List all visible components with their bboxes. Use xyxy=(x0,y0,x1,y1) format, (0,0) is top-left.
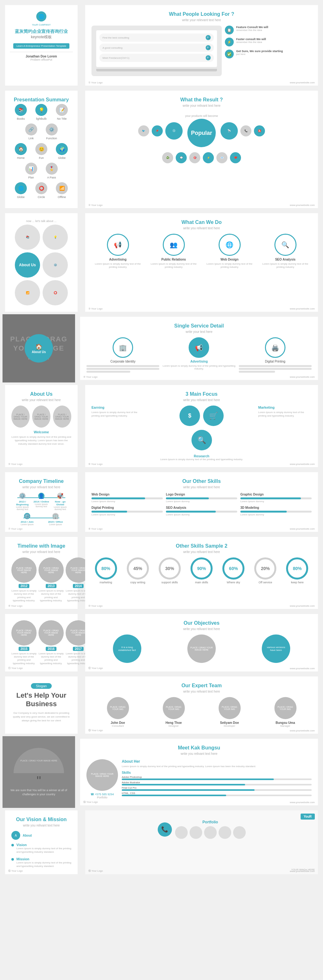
skills2-sub: write you relivant text here xyxy=(92,550,312,554)
about-circle-2: 💡 xyxy=(43,224,68,250)
summary-icons-2: 🏠 Home 😊 Fun 🌍 Globe 📊 Plan 🎖️ A xyxy=(11,143,71,179)
timeline-year-4: 2013 / Join xyxy=(13,520,41,523)
dollar-circle: $ xyxy=(179,406,200,426)
about-home-icon: 🏠 xyxy=(35,343,42,350)
page-num-10: ⑩ Your Logo xyxy=(88,605,103,607)
search-icon-1: 🔍 xyxy=(206,35,211,40)
expert-team-slide: Our Expert Team write you relivant text … xyxy=(85,676,318,733)
about-dot: A xyxy=(11,831,20,840)
cart-circle: 🛒 xyxy=(203,406,224,426)
skill-circ-support: 30% support skills xyxy=(157,557,182,584)
vision-slide: Our Vision & Mission write you relivant … xyxy=(5,810,78,874)
mission-title-label: Mission xyxy=(16,857,71,861)
books-icon: 📚 xyxy=(15,104,27,116)
about-circle-1: 📚 xyxy=(15,224,40,250)
page-num-1: ① Your Logo xyxy=(88,81,103,84)
contact-slide: 📞 Portfolio YouR YOUR IMAGe HERE ⑯ Your … xyxy=(85,810,318,874)
skill-circle-support: 30% xyxy=(159,557,181,579)
icon-fun: 😊 Fun xyxy=(33,143,50,159)
plan-icon: 📊 xyxy=(25,163,37,175)
icon-globe2: 🌐 Globe xyxy=(12,182,30,199)
timeline-year-1: 2013 / Beginning xyxy=(13,500,32,506)
icon-apass: 🎖️ A Pass xyxy=(43,163,60,179)
skill-graphic-design: Graphic Design Lorem Ipsum dummy xyxy=(241,493,312,503)
feature-icon-3: ✅ xyxy=(225,49,234,59)
single-service-sub: write your text here xyxy=(86,330,312,334)
timeline-year-2: 2014 / Online xyxy=(32,500,51,503)
service-web: 🌐 Web Design Lorem Ipsum is simply dummy… xyxy=(203,234,256,269)
bubble-twitter: 🐦 xyxy=(138,126,149,137)
team-row: PLACE / DRAG YOUR IMG John Doe Consultan… xyxy=(92,697,312,727)
summary-slide: Presentation Summary 📚 Books 💡 lightbulb… xyxy=(5,91,78,208)
page-url-8: www.yourwebsite.com xyxy=(290,527,315,530)
main-focus-slide: 3 Main Focus write you relivant text her… xyxy=(85,385,318,467)
bubble-recycle: ♻️ xyxy=(162,152,173,163)
vision-mission-container: A About Vision Lorem Ipsum is simply dum… xyxy=(11,831,71,868)
laptop-mockup: Find the best consulting 🔍 A good consul… xyxy=(92,25,222,76)
meet-info-col: About Her Lorem Ipsum is simply dummy te… xyxy=(122,759,312,799)
skill-circ-marketing: 80% marketing xyxy=(93,557,119,584)
now-talk-text: now ... let's talk about ... xyxy=(11,220,71,223)
skill-web-design: Web Design Lorem Ipsum dummy xyxy=(92,493,163,503)
page-num-15: ⑮ Your Logo xyxy=(8,869,23,873)
bubble-heart: ❤️ xyxy=(230,152,241,163)
timeline-sub: write your relivant text here xyxy=(11,485,71,489)
title-subtitle: keynote模板 xyxy=(10,34,73,40)
cta-button[interactable]: Learn A Entrepreneur Presentation Templa… xyxy=(13,43,70,49)
mission-desc: Lorem Ipsum is simply dummy text of the … xyxy=(16,861,71,868)
about-circle-5: ⭕ xyxy=(43,280,68,305)
web-circle: 🌐 xyxy=(218,234,241,256)
timeline-dot-3: 🚀 xyxy=(57,493,63,499)
tl-item-2015: PLACE / DRAG YOUR IMaGE HERE 2015 Lorem … xyxy=(11,620,36,665)
skills-grid: Web Design Lorem Ipsum dummy Logo Design… xyxy=(92,493,312,516)
tl-year-2012: 2012 xyxy=(19,584,29,588)
feature-text-2: Faster consult We will remember this the… xyxy=(236,38,266,44)
seo-circle: 🔍 xyxy=(274,234,296,256)
tl-item-2016: PLACE / DRAG YOUR IMaGE HERE 2016 Lorem … xyxy=(38,620,64,665)
icon-circle: ⭕ Circle xyxy=(33,182,50,199)
about-circle-main: About Us xyxy=(15,252,40,278)
service-advertising: 📢 Advertising Lorem Ipsum is simply dumm… xyxy=(92,234,144,269)
what-people-slide: What People Looking For ? write your rel… xyxy=(85,5,318,86)
services-row: 📢 Advertising Lorem Ipsum is simply dumm… xyxy=(92,234,312,269)
page-url-3: www.yourwebsite.com xyxy=(290,307,315,310)
team-setiyam: PLACE / DRAG YOUR IMG Setiyam Doe Develo… xyxy=(203,697,256,727)
focus-desc-left: Earning Lorem Ipsum is simply dummy text… xyxy=(92,406,145,452)
bungsu-img: PLACE / DRAG YOUR IMG xyxy=(274,697,296,719)
tl-text-2012: Lorem Ipsum is simply dummy text of the … xyxy=(11,589,36,603)
tl-circle-2013: PLACE / DRAG YOUR IMAGE HERE xyxy=(38,557,64,583)
company-timeline-slide: Company Timeline write your relivant tex… xyxy=(5,472,78,532)
pr-circle: 👥 xyxy=(163,234,185,256)
page-wrapper: 🌐 YouR CoMPANY 蓝灰简约企业宣传咨询行业 keynote模板 Le… xyxy=(0,3,323,877)
laptop-screen: Find the best consulting 🔍 A good consul… xyxy=(96,30,217,67)
setiyam-img: PLACE / DRAG YOUR IMG xyxy=(218,697,241,719)
page-url-10: www.yourwebsite.com xyxy=(290,605,315,607)
search-bar-1: Find the best consulting 🔍 xyxy=(99,33,214,42)
lightbulb-icon: 💡 xyxy=(35,104,48,116)
timeline-dot-1: ⚙️ xyxy=(19,493,25,499)
about-circles-container: 📚 💡 About Us ⚙️ 📶 ⭕ xyxy=(11,224,71,305)
what-result-title: What the Result ? xyxy=(92,97,312,103)
tl-year-2014: 2014 xyxy=(73,584,84,588)
icon-home: 🏠 Home xyxy=(12,143,30,159)
meet-skill-photoshop: Adobe Photoshop xyxy=(122,776,312,780)
earning-desc: Lorem Ipsum is simply dummy text of the … xyxy=(92,410,145,417)
single-service-slide: Single Service Detail write your text he… xyxy=(80,317,318,380)
focus-circles-col: $ 🛒 🔍 xyxy=(148,406,255,452)
about-detail-title: About Us xyxy=(11,391,71,397)
focus-sub: write you relivant text here xyxy=(92,398,312,402)
skill-seo: SEO Analysis Lorem Ipsum dummy xyxy=(166,506,237,516)
vision-title-label: Vision xyxy=(16,843,71,847)
corporate-circle: 🏢 xyxy=(112,337,133,358)
tl-year-2015: 2015 xyxy=(19,647,29,651)
icon-globe: 🌍 Globe xyxy=(53,143,71,159)
timeline-text-1: Lorem Ipsum dummy text xyxy=(13,506,32,511)
meet-about-desc: Lorem Ipsum is simply dummy text of the … xyxy=(122,765,312,768)
page-url-1: www.yourwebsite.com xyxy=(290,81,315,84)
page-num-3: ③ Your Logo xyxy=(88,307,103,310)
meet-skills-list: Adobe Photoshop Adobe Illustrator Final … xyxy=(122,776,312,796)
bubble-behance: Ⓑ xyxy=(165,122,183,140)
team-heng: PLACE / DRAG YOUR IMG Heng Thoe Designer xyxy=(147,697,200,727)
about-label: About xyxy=(23,834,32,837)
timeline-img-row-2: PLACE / DRAG YOUR IMaGE HERE 2015 Lorem … xyxy=(11,620,71,665)
